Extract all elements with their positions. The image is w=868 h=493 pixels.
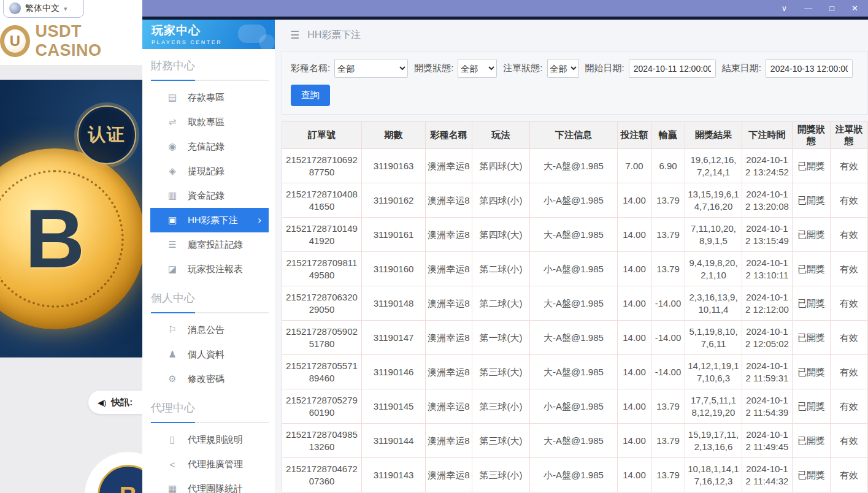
search-button[interactable]: 查詢 <box>291 85 330 106</box>
table-cell: 2024-10-12 11:59:31 <box>742 355 793 389</box>
money-bag-icon: ◉ <box>166 141 179 152</box>
table-cell: 澳洲幸运8 <box>426 389 472 424</box>
sidebar-item-label: 代理推廣管理 <box>188 459 243 470</box>
sidebar-item-agent-rules[interactable]: ▯代理規則說明 <box>142 427 275 452</box>
close-icon[interactable]: ✕ <box>851 4 858 12</box>
sidebar-item-label: 玩家投注報表 <box>188 264 243 275</box>
table-cell: 已開獎 <box>793 252 831 286</box>
table-cell: 2024-10-12 11:44:32 <box>742 458 793 492</box>
sidebar-item-withdraw[interactable]: ⇌取款專區 <box>142 110 275 134</box>
table-cell: 大-A盤@1.985 <box>530 218 618 252</box>
table-cell: 2152172870467207360 <box>282 458 362 492</box>
table-cell: 14.00 <box>618 424 651 458</box>
chevron-right-icon: › <box>258 214 261 226</box>
table-cell: 大-A盤@1.985 <box>530 286 618 321</box>
end-date-input[interactable] <box>766 59 853 78</box>
sidebar-item-agent-promotion[interactable]: <代理推廣管理 <box>142 452 275 476</box>
column-header: 訂單號 <box>282 122 362 149</box>
minimize-icon[interactable]: — <box>804 4 812 12</box>
lottery-select[interactable]: 全部 <box>334 59 408 78</box>
table-row: 215217287049851326031190144澳洲幸运8第三球(大)大-… <box>282 424 868 458</box>
table-cell: 31190161 <box>362 218 426 252</box>
page-header: ☰ HH彩票下注 <box>276 20 868 51</box>
table-cell: 已開獎 <box>793 389 831 424</box>
table-cell: 14.00 <box>618 252 651 286</box>
brand-coin-icon: U <box>0 25 30 57</box>
maximize-icon[interactable]: □ <box>829 4 834 12</box>
sidebar-item-deposit[interactable]: ▤存款專區 <box>142 85 275 110</box>
sidebar-item-funds-record[interactable]: ▥資金記錄 <box>142 183 275 208</box>
column-header: 玩法 <box>472 122 530 149</box>
section-title: 個人中心 <box>142 281 275 312</box>
page-title: HH彩票下注 <box>307 29 361 42</box>
table-cell: 2152172870498513260 <box>282 424 362 458</box>
draw-status-select[interactable]: 全部 <box>458 59 497 78</box>
column-header: 下注時間 <box>742 122 793 149</box>
section-title: 代理中心 <box>142 391 275 422</box>
table-cell: 澳洲幸运8 <box>426 355 472 389</box>
table-cell: 2152172870590251780 <box>282 321 362 355</box>
sidebar-item-player-report[interactable]: ◪玩家投注報表 <box>142 257 275 281</box>
chevron-down-icon[interactable]: ∨ <box>782 4 788 12</box>
sidebar-item-change-password[interactable]: ⚙修改密碼 <box>142 367 275 391</box>
deposit-card-icon: ▤ <box>166 92 179 103</box>
document-icon: ▯ <box>166 434 179 445</box>
table-cell: 第二球(大) <box>472 286 530 321</box>
table-cell: 澳洲幸运8 <box>426 458 472 492</box>
table-cell: 已開獎 <box>793 183 831 218</box>
sidebar-item-agent-team-stats[interactable]: ▦代理團隊統計 <box>142 476 275 493</box>
table-cell: 有效 <box>831 218 868 252</box>
table-cell: 14.00 <box>618 355 651 389</box>
table-cell: 大-A盤@1.985 <box>530 149 618 183</box>
sidebar-item-recharge-record[interactable]: ◉充值記錄 <box>142 134 275 159</box>
table-cell: 2024-10-12 13:10:11 <box>742 252 793 286</box>
table-cell: 有效 <box>831 183 868 218</box>
hamburger-icon[interactable]: ☰ <box>290 29 299 42</box>
sidebar-item-announcements[interactable]: ⚐消息公告 <box>142 318 275 342</box>
table-cell: 第三球(小) <box>472 389 530 424</box>
withdraw-hand-icon: ⇌ <box>166 117 179 128</box>
sidebar-item-room-bet-record[interactable]: ☰廳室投註記錄 <box>142 232 275 257</box>
table-cell: 澳洲幸运8 <box>426 321 472 355</box>
sidebar-item-withdraw-record[interactable]: ◈提現記錄 <box>142 159 275 183</box>
table-body: 215217287106928775031190163澳洲幸运8第四球(大)大-… <box>282 149 868 492</box>
newspaper-icon: ▦ <box>166 483 179 493</box>
table-cell: 13.79 <box>651 183 685 218</box>
news-ticker[interactable]: ◀) 快訊: <box>88 391 142 414</box>
table-cell: 小-A盤@1.985 <box>530 458 618 492</box>
list-icon: ☰ <box>166 239 179 250</box>
language-label: 繁体中文 <box>25 3 60 14</box>
sidebar-item-label: 提現記錄 <box>188 166 225 177</box>
table-cell: 大-A盤@1.985 <box>530 424 618 458</box>
sidebar-item-label: HH彩票下注 <box>188 215 238 226</box>
sidebar-item-label: 消息公告 <box>188 324 225 336</box>
table-row: 215217287052796019031190145澳洲幸运8第三球(小)小-… <box>282 389 868 424</box>
table-cell: 第三球(小) <box>472 458 530 492</box>
table-cell: 14.00 <box>618 218 651 252</box>
sidebar-item-profile[interactable]: ♟個人資料 <box>142 342 275 367</box>
sidebar-item-label: 代理規則說明 <box>188 434 243 446</box>
table-row: 215217287104084165031190162澳洲幸运8第四球(小)小-… <box>282 183 868 218</box>
sidebar-item-label: 資金記錄 <box>188 190 225 202</box>
start-date-input[interactable] <box>629 59 716 78</box>
table-cell: 17,7,5,11,18,12,19,20 <box>685 389 742 424</box>
column-header: 下注信息 <box>530 122 618 149</box>
table-cell: 13.79 <box>651 424 685 458</box>
bitcoin-banner-image: B 认证 <box>0 80 142 357</box>
table-cell: 13.79 <box>651 389 685 424</box>
table-cell: 小-A盤@1.985 <box>530 252 618 286</box>
column-header: 輸贏 <box>651 122 685 149</box>
sidebar-item-label: 充值記錄 <box>188 141 225 153</box>
language-selector[interactable]: 繁体中文 ▾ <box>3 0 84 18</box>
order-status-select[interactable]: 全部 <box>547 59 579 78</box>
table-cell: 13,15,19,6,14,7,16,20 <box>685 183 742 218</box>
table-cell: 已開獎 <box>793 424 831 458</box>
table-cell: 31190163 <box>362 149 426 183</box>
sidebar-item-lottery-bet[interactable]: ▣HH彩票下注› <box>150 208 269 232</box>
draw-status-label: 開獎狀態: <box>414 63 453 74</box>
table-row: 215217287063202905031190148澳洲幸运8第二球(大)大-… <box>282 286 868 321</box>
section-underline <box>151 80 269 81</box>
certification-badge: 认证 <box>77 105 136 164</box>
table-cell: 5,1,19,8,10,7,6,11 <box>685 321 742 355</box>
end-date-label: 結束日期: <box>722 63 761 74</box>
